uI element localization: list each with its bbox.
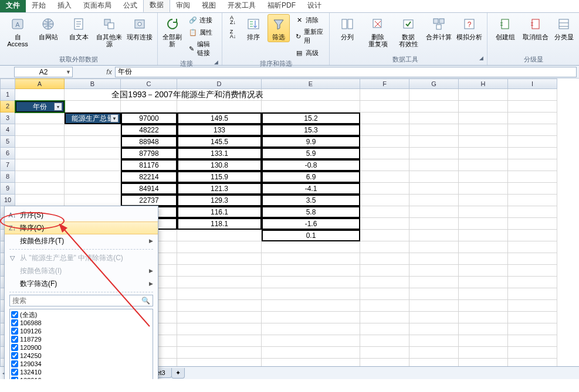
cell[interactable] bbox=[262, 253, 360, 265]
cell[interactable] bbox=[459, 265, 508, 277]
cell[interactable] bbox=[508, 124, 557, 136]
dialog-launcher-icon[interactable]: ◢ bbox=[214, 59, 218, 65]
row-header[interactable]: 4 bbox=[0, 124, 15, 136]
fx-icon[interactable]: fx bbox=[103, 68, 115, 76]
data-cell[interactable]: 9.9 bbox=[262, 136, 360, 148]
cell[interactable] bbox=[65, 171, 121, 183]
data-cell[interactable]: -4.1 bbox=[262, 183, 360, 195]
filter-checkbox[interactable] bbox=[11, 352, 18, 359]
data-cell[interactable]: 81176 bbox=[121, 159, 177, 171]
cell[interactable] bbox=[508, 230, 557, 241]
filter-value-item[interactable]: 120900 bbox=[11, 343, 151, 352]
cell[interactable] bbox=[459, 124, 508, 136]
cell[interactable] bbox=[409, 206, 459, 218]
cell[interactable] bbox=[360, 206, 409, 218]
data-cell[interactable]: 84914 bbox=[121, 183, 177, 195]
sort-asc-button[interactable]: AZ↓ bbox=[226, 14, 240, 26]
cell[interactable] bbox=[459, 113, 508, 124]
cell[interactable] bbox=[360, 323, 409, 335]
cell[interactable] bbox=[409, 148, 459, 159]
cell[interactable] bbox=[262, 288, 360, 300]
filter-value-item[interactable]: 132410 bbox=[11, 368, 151, 376]
cell[interactable] bbox=[65, 136, 121, 148]
cell[interactable] bbox=[459, 159, 508, 171]
data-cell[interactable]: 97000 bbox=[121, 113, 177, 124]
data-cell[interactable]: 82214 bbox=[121, 171, 177, 183]
sheet-tab-new[interactable]: ✦ bbox=[171, 368, 185, 379]
sort-desc-item[interactable]: Z↓ 降序(O) bbox=[5, 221, 158, 234]
cell[interactable] bbox=[409, 159, 459, 171]
data-cell[interactable]: 22737 bbox=[121, 195, 177, 206]
filter-button[interactable]: 筛选 bbox=[268, 14, 290, 42]
cell[interactable] bbox=[15, 124, 65, 136]
cell[interactable] bbox=[360, 230, 409, 241]
cell[interactable] bbox=[262, 241, 360, 253]
cell[interactable] bbox=[508, 347, 557, 359]
cell[interactable] bbox=[459, 241, 508, 253]
cell[interactable] bbox=[262, 265, 360, 277]
data-cell[interactable]: 118.1 bbox=[177, 218, 262, 230]
cell[interactable] bbox=[15, 148, 65, 159]
cell[interactable] bbox=[262, 335, 360, 347]
filter-value-item[interactable]: (全选) bbox=[11, 311, 151, 319]
cell[interactable] bbox=[409, 171, 459, 183]
text-to-columns-button[interactable]: 分列 bbox=[333, 14, 361, 42]
data-cell[interactable]: 88948 bbox=[121, 136, 177, 148]
cell[interactable] bbox=[360, 241, 409, 253]
filter-checkbox[interactable] bbox=[11, 369, 18, 376]
cell[interactable] bbox=[15, 171, 65, 183]
cell[interactable] bbox=[177, 347, 262, 359]
row-header[interactable]: 6 bbox=[0, 148, 15, 159]
cell[interactable] bbox=[409, 89, 459, 101]
cell[interactable] bbox=[508, 277, 557, 288]
cell[interactable] bbox=[459, 347, 508, 359]
data-cell[interactable]: 145.5 bbox=[177, 136, 262, 148]
cell[interactable] bbox=[177, 265, 262, 277]
filter-value-item[interactable]: 129034 bbox=[11, 360, 151, 368]
cell[interactable] bbox=[409, 136, 459, 148]
data-cell[interactable]: 15.2 bbox=[262, 113, 360, 124]
cell[interactable] bbox=[65, 183, 121, 195]
cell[interactable] bbox=[508, 288, 557, 300]
existing-connections-button[interactable]: 现有连接 bbox=[126, 14, 154, 42]
row-header[interactable]: 7 bbox=[0, 159, 15, 171]
cell[interactable] bbox=[360, 347, 409, 359]
filter-search-input[interactable] bbox=[10, 296, 139, 305]
cell[interactable] bbox=[177, 230, 262, 241]
cell[interactable] bbox=[360, 136, 409, 148]
ungroup-button[interactable]: 取消组合 bbox=[522, 14, 550, 42]
cell[interactable] bbox=[508, 206, 557, 218]
cell[interactable] bbox=[409, 195, 459, 206]
row-header[interactable]: 8 bbox=[0, 171, 15, 183]
cell[interactable] bbox=[459, 300, 508, 312]
data-validation-button[interactable]: 数据 有效性 bbox=[394, 14, 422, 49]
cell[interactable] bbox=[409, 312, 459, 323]
cell[interactable] bbox=[409, 277, 459, 288]
cell[interactable] bbox=[360, 253, 409, 265]
data-cell[interactable]: 15.3 bbox=[262, 124, 360, 136]
refresh-all-button[interactable]: 全部刷新 bbox=[161, 14, 184, 49]
sort-asc-item[interactable]: A↓ 升序(S) bbox=[5, 209, 158, 221]
cell[interactable] bbox=[409, 241, 459, 253]
filter-checkbox[interactable] bbox=[11, 360, 18, 367]
cell[interactable] bbox=[459, 171, 508, 183]
data-cell[interactable]: 0.1 bbox=[262, 230, 360, 241]
row-header[interactable]: 2 bbox=[0, 101, 15, 113]
cell[interactable] bbox=[459, 288, 508, 300]
sort-button[interactable]: 排序 bbox=[242, 14, 265, 42]
tab-review[interactable]: 审阅 bbox=[170, 0, 196, 12]
row-header[interactable]: 9 bbox=[0, 183, 15, 195]
dialog-launcher-icon[interactable]: ◢ bbox=[479, 55, 483, 61]
data-cell[interactable]: 48222 bbox=[121, 124, 177, 136]
data-cell[interactable]: -0.8 bbox=[262, 159, 360, 171]
table-header[interactable]: 年份▾ bbox=[15, 101, 65, 113]
cell[interactable] bbox=[409, 253, 459, 265]
cell[interactable] bbox=[409, 101, 459, 113]
cell[interactable] bbox=[360, 101, 409, 113]
filter-checkbox[interactable] bbox=[11, 344, 18, 351]
cell[interactable] bbox=[459, 206, 508, 218]
cell[interactable] bbox=[508, 265, 557, 277]
cell[interactable] bbox=[262, 347, 360, 359]
cell[interactable] bbox=[459, 101, 508, 113]
column-header[interactable]: C bbox=[121, 79, 177, 89]
